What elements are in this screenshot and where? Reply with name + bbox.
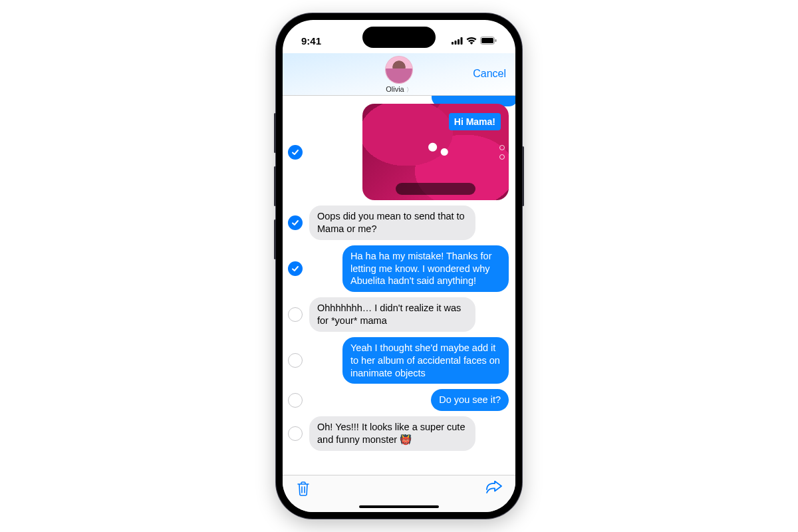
- chevron-right-icon: 〉: [406, 86, 412, 93]
- outgoing-message-bubble[interactable]: Do you see it?: [431, 389, 509, 411]
- message-row[interactable]: Oh! Yes!!! It looks like a super cute an…: [287, 416, 509, 451]
- message-row[interactable]: Hi Mama!: [287, 104, 509, 200]
- svg-rect-6: [495, 39, 497, 42]
- status-time: 9:41: [301, 35, 321, 47]
- outgoing-message-bubble[interactable]: Yeah I thought she'd maybe add it to her…: [342, 337, 509, 384]
- incoming-message-bubble[interactable]: Oops did you mean to send that to Mama o…: [309, 205, 475, 240]
- status-icons: [452, 35, 497, 47]
- check-icon: [291, 219, 299, 227]
- svg-rect-0: [452, 42, 454, 45]
- svg-rect-5: [481, 38, 493, 43]
- selection-checkbox[interactable]: [288, 145, 303, 160]
- selection-checkbox[interactable]: [288, 353, 303, 368]
- message-row[interactable]: Do you see it?: [287, 389, 509, 411]
- message-row[interactable]: Ohhhhhhh… I didn't realize it was for *y…: [287, 297, 509, 332]
- trash-icon: [296, 481, 311, 497]
- outgoing-message-bubble[interactable]: Ha ha ha my mistake! Thanks for letting …: [342, 245, 509, 293]
- iphone-frame: 9:41 Olivia 〉 Ca: [276, 13, 522, 519]
- contact-name-label: Olivia: [386, 85, 404, 93]
- image-caption-sticker: Hi Mama!: [449, 113, 501, 130]
- cancel-button[interactable]: Cancel: [473, 68, 506, 80]
- incoming-message-bubble[interactable]: Oh! Yes!!! It looks like a super cute an…: [309, 416, 475, 451]
- share-arrow-icon: [485, 481, 502, 495]
- message-row[interactable]: Ha ha ha my mistake! Thanks for letting …: [287, 245, 509, 293]
- selection-checkbox[interactable]: [288, 393, 303, 408]
- image-message-bubble[interactable]: Hi Mama!: [362, 104, 509, 200]
- selection-checkbox[interactable]: [288, 307, 303, 322]
- camera-controls-icon: [499, 145, 505, 160]
- contact-info[interactable]: Olivia 〉: [385, 56, 413, 94]
- contact-avatar[interactable]: [385, 56, 413, 84]
- message-list[interactable]: Hi Mama! Oops did you mean to send that …: [283, 96, 515, 475]
- check-icon: [291, 148, 299, 156]
- dynamic-island: [362, 27, 436, 48]
- trash-button[interactable]: [296, 481, 311, 499]
- svg-rect-3: [461, 37, 463, 45]
- wifi-icon: [466, 35, 477, 47]
- incoming-message-bubble[interactable]: Ohhhhhhh… I didn't realize it was for *y…: [309, 297, 475, 332]
- battery-icon: [480, 35, 497, 47]
- check-icon: [291, 265, 299, 273]
- screen: 9:41 Olivia 〉 Ca: [283, 20, 515, 512]
- svg-rect-2: [458, 39, 460, 45]
- share-button[interactable]: [485, 481, 502, 498]
- message-row[interactable]: Oops did you mean to send that to Mama o…: [287, 205, 509, 240]
- selection-checkbox[interactable]: [288, 215, 303, 230]
- message-row[interactable]: Yeah I thought she'd maybe add it to her…: [287, 337, 509, 384]
- selection-checkbox[interactable]: [288, 261, 303, 276]
- home-indicator[interactable]: [359, 505, 439, 508]
- camera-toolbar-icon: [396, 183, 475, 195]
- selection-checkbox[interactable]: [288, 426, 303, 441]
- cellular-icon: [452, 35, 463, 47]
- conversation-header: Olivia 〉 Cancel: [283, 53, 515, 96]
- svg-rect-1: [455, 41, 457, 45]
